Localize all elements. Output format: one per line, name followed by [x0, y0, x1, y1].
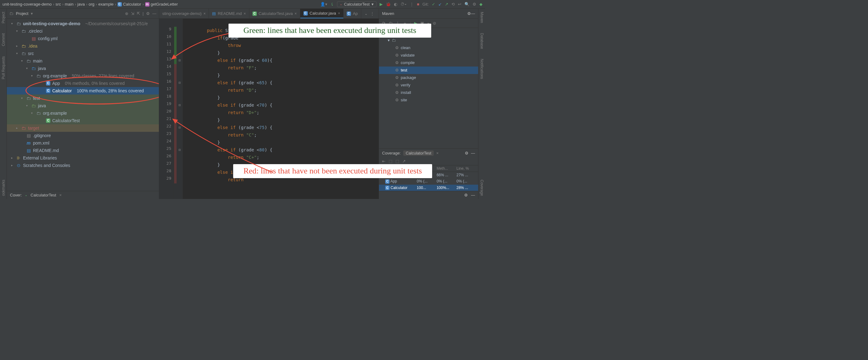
maven-goal-test[interactable]: test	[401, 67, 407, 73]
run-button[interactable]: ▶	[380, 2, 383, 6]
toggle-icon[interactable]: ⌁	[427, 21, 430, 26]
rail-bookmarks[interactable]: ookmarks	[1, 178, 6, 198]
attach-button[interactable]: ⋮	[410, 2, 414, 6]
hide-icon[interactable]: —	[152, 11, 156, 16]
folder-target[interactable]: target	[28, 125, 39, 131]
maven-goal[interactable]: package	[401, 74, 416, 81]
folder-java[interactable]: java	[38, 65, 46, 71]
add-icon[interactable]: ＋	[403, 21, 407, 26]
maven-goal[interactable]: compile	[401, 60, 415, 66]
file-readme[interactable]: README.md	[33, 147, 59, 154]
breadcrumb[interactable]: unit-testing-coverage-demo › src › main …	[2, 2, 178, 6]
tab-calculator[interactable]: CCalculator.java×	[300, 9, 344, 18]
tab-readme[interactable]: ▤README.md×	[209, 9, 249, 18]
col-method[interactable]: Meth...	[436, 166, 455, 171]
generate-icon[interactable]: 🗀	[389, 21, 393, 26]
profiler-button[interactable]: ⏱▾	[400, 2, 407, 6]
breadcrumb-part[interactable]: example	[98, 2, 114, 6]
skip-tests-icon[interactable]: ⊘	[433, 21, 436, 26]
gear-icon[interactable]: ⚙	[146, 11, 150, 16]
close-icon[interactable]: ×	[203, 11, 206, 16]
file-config[interactable]: config.yml	[38, 35, 58, 42]
close-icon[interactable]: ×	[436, 151, 439, 155]
editor[interactable]: 3 usages 3 usages 👤 Khalid Alharbi ✓ 910…	[159, 19, 379, 199]
execute-icon[interactable]: ▣	[420, 21, 424, 26]
breadcrumb-part[interactable]: src	[56, 2, 61, 6]
user-icon[interactable]: 👤▾	[320, 2, 328, 6]
col-element[interactable]: Element	[382, 166, 416, 171]
breadcrumb-method[interactable]: getGradeLetter	[151, 2, 178, 6]
collapse-icon[interactable]: ⇱	[137, 11, 140, 16]
vcs-update-icon[interactable]: ↙	[438, 2, 442, 6]
file-pom[interactable]: pom.xml	[33, 140, 50, 146]
coverage-run-button[interactable]: ◐	[394, 2, 397, 6]
tab-demo[interactable]: sting-coverage-demo)×	[159, 9, 209, 18]
nav-icon[interactable]: ⬚	[389, 159, 392, 163]
external-libraries[interactable]: External Libraries	[23, 155, 57, 161]
close-icon[interactable]: ×	[59, 193, 62, 198]
tab-calculatortest[interactable]: CCalculatorTest.java×	[249, 9, 300, 18]
class-app[interactable]: App	[52, 80, 60, 86]
col-line[interactable]: Line, %	[456, 166, 475, 171]
build-icon[interactable]: ⤹	[331, 2, 334, 6]
history-icon[interactable]: ⟲	[452, 2, 455, 6]
folder-idea[interactable]: .idea	[28, 43, 37, 49]
close-icon[interactable]: ×	[244, 11, 246, 16]
folder-src[interactable]: src	[28, 50, 34, 57]
settings-icon[interactable]: ⚙	[472, 2, 476, 6]
coverage-gutter[interactable]	[174, 19, 177, 199]
vcs-push-icon[interactable]: ↗	[445, 2, 448, 6]
run-config-selector[interactable]: ⬩ CalculatorTest ▾	[337, 1, 376, 7]
export-icon[interactable]: ↗	[402, 159, 406, 163]
vcs-commit-icon[interactable]: ✓	[432, 2, 435, 6]
rail-project[interactable]: Project	[1, 10, 6, 25]
gear-icon[interactable]: ⚙	[464, 193, 468, 198]
breadcrumb-part[interactable]: main	[65, 2, 73, 6]
rail-commit[interactable]: Commit	[1, 31, 6, 48]
target-icon[interactable]: ⊕	[125, 11, 128, 16]
maven-goal[interactable]: verify	[401, 82, 410, 88]
close-icon[interactable]: ×	[295, 11, 297, 16]
breadcrumb-project[interactable]: unit-testing-coverage-demo	[2, 2, 52, 6]
code-area[interactable]: public String if(grade throw } else if (…	[183, 19, 379, 199]
rail-coverage[interactable]: Coverage	[480, 178, 484, 198]
coverage-suite[interactable]: CalculatorTest	[403, 150, 434, 156]
breadcrumb-class[interactable]: Calculator	[123, 2, 142, 6]
gear-icon[interactable]: ⚙	[467, 11, 471, 16]
fold-gutter[interactable]: ⊟⊟⊟⊟⊟	[177, 19, 183, 199]
expand-icon[interactable]: ⇲	[131, 11, 134, 16]
hide-icon[interactable]: —	[471, 193, 475, 198]
rail-notifications[interactable]: Notifications	[480, 57, 484, 81]
folder-test[interactable]: test	[33, 95, 40, 101]
class-calculator[interactable]: Calculator	[52, 88, 72, 94]
rail-database[interactable]: Database	[480, 31, 484, 51]
project-view-icon[interactable]: 🗀	[9, 11, 13, 16]
rail-maven[interactable]: Maven	[480, 10, 484, 25]
maven-goal[interactable]: install	[401, 90, 411, 96]
project-title[interactable]: Project	[16, 11, 28, 16]
hide-icon[interactable]: —	[471, 11, 475, 16]
folder-circleci[interactable]: .circleci	[28, 28, 42, 34]
class-calculatortest[interactable]: CalculatorTest	[52, 118, 80, 124]
more-icon[interactable]: ⋮	[370, 11, 374, 16]
breadcrumb-part[interactable]: org	[89, 2, 94, 6]
folder-main[interactable]: main	[33, 58, 42, 64]
file-gitignore[interactable]: .gitignore	[33, 132, 51, 139]
scratches[interactable]: Scratches and Consoles	[23, 162, 70, 169]
search-icon[interactable]: 🔍	[464, 2, 469, 6]
cover-suite[interactable]: CalculatorTest	[30, 193, 56, 198]
reload-icon[interactable]: ⟳	[382, 21, 385, 26]
run-maven-icon[interactable]: ▶	[414, 21, 417, 26]
folder-java-test[interactable]: java	[38, 102, 46, 109]
maven-goal[interactable]: validate	[401, 52, 415, 58]
breadcrumb-part[interactable]: java	[78, 2, 85, 6]
maven-tree[interactable]: ▾memo ▾🗀Lifecycle ⚙clean ⚙validate ⚙comp…	[379, 28, 478, 148]
project-tree[interactable]: ▾🗀unit-testing-coverage-demo ~/Documents…	[7, 19, 159, 191]
col-class[interactable]: Class...	[417, 166, 436, 171]
package-test[interactable]: org.example	[43, 110, 67, 116]
rail-pull-requests[interactable]: Pull Requests	[1, 54, 6, 81]
debug-button[interactable]: 🐞	[386, 2, 391, 6]
maven-goal[interactable]: site	[401, 97, 407, 103]
gear-icon[interactable]: ⚙	[465, 151, 468, 155]
maven-project[interactable]: emo	[392, 30, 399, 36]
